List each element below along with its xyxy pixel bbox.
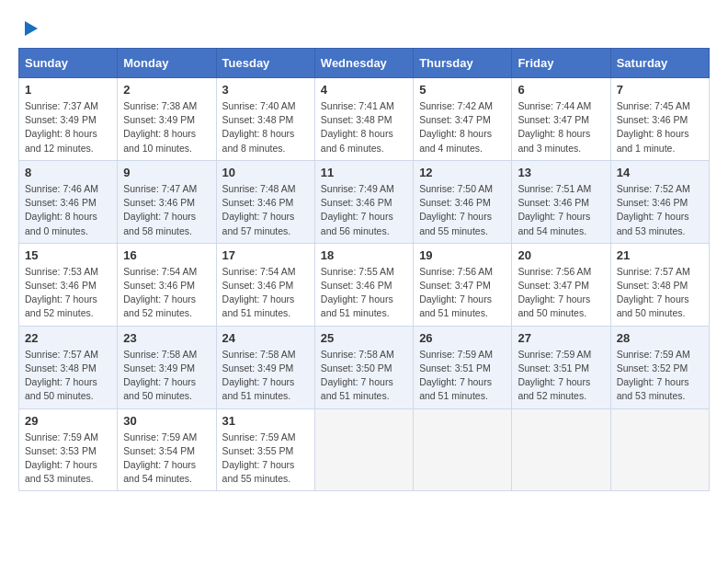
calendar-cell: 22Sunrise: 7:57 AMSunset: 3:48 PMDayligh…	[19, 326, 118, 408]
calendar-cell	[610, 408, 709, 491]
day-number: 5	[419, 83, 506, 97]
calendar-cell	[512, 408, 610, 491]
day-info: Sunrise: 7:53 AMSunset: 3:46 PMDaylight:…	[25, 265, 111, 321]
calendar-cell: 24Sunrise: 7:58 AMSunset: 3:49 PMDayligh…	[216, 326, 314, 408]
calendar-cell: 4Sunrise: 7:41 AMSunset: 3:48 PMDaylight…	[314, 78, 413, 161]
calendar-cell: 13Sunrise: 7:51 AMSunset: 3:46 PMDayligh…	[512, 160, 610, 243]
calendar-cell: 23Sunrise: 7:58 AMSunset: 3:49 PMDayligh…	[118, 326, 216, 408]
calendar-header-monday: Monday	[118, 49, 216, 78]
calendar-cell: 26Sunrise: 7:59 AMSunset: 3:51 PMDayligh…	[414, 326, 512, 408]
day-number: 30	[123, 414, 210, 428]
day-info: Sunrise: 7:41 AMSunset: 3:48 PMDaylight:…	[321, 99, 407, 155]
day-info: Sunrise: 7:59 AMSunset: 3:54 PMDaylight:…	[123, 431, 210, 487]
day-info: Sunrise: 7:50 AMSunset: 3:46 PMDaylight:…	[419, 182, 506, 238]
day-number: 3	[222, 83, 309, 97]
day-info: Sunrise: 7:38 AMSunset: 3:49 PMDaylight:…	[123, 99, 210, 155]
day-info: Sunrise: 7:40 AMSunset: 3:48 PMDaylight:…	[222, 99, 309, 155]
day-number: 27	[518, 331, 604, 345]
day-info: Sunrise: 7:58 AMSunset: 3:49 PMDaylight:…	[123, 348, 210, 404]
calendar-cell: 31Sunrise: 7:59 AMSunset: 3:55 PMDayligh…	[216, 408, 314, 491]
day-info: Sunrise: 7:49 AMSunset: 3:46 PMDaylight:…	[321, 182, 407, 238]
day-number: 9	[123, 166, 210, 179]
calendar-header-thursday: Thursday	[414, 49, 512, 78]
day-info: Sunrise: 7:37 AMSunset: 3:49 PMDaylight:…	[25, 99, 111, 155]
calendar-cell: 19Sunrise: 7:56 AMSunset: 3:47 PMDayligh…	[414, 243, 512, 326]
calendar-cell: 27Sunrise: 7:59 AMSunset: 3:51 PMDayligh…	[512, 326, 610, 408]
day-number: 26	[419, 331, 506, 345]
calendar-cell: 30Sunrise: 7:59 AMSunset: 3:54 PMDayligh…	[118, 408, 216, 491]
calendar-header-sunday: Sunday	[19, 49, 118, 78]
calendar-cell: 29Sunrise: 7:59 AMSunset: 3:53 PMDayligh…	[19, 408, 118, 491]
day-number: 15	[25, 248, 111, 262]
calendar-week-row: 29Sunrise: 7:59 AMSunset: 3:53 PMDayligh…	[19, 408, 710, 491]
day-info: Sunrise: 7:58 AMSunset: 3:50 PMDaylight:…	[321, 348, 407, 404]
page-header	[18, 18, 710, 39]
day-number: 23	[123, 331, 210, 345]
calendar-header-tuesday: Tuesday	[216, 49, 314, 78]
calendar-cell: 3Sunrise: 7:40 AMSunset: 3:48 PMDaylight…	[216, 78, 314, 161]
calendar-table: SundayMondayTuesdayWednesdayThursdayFrid…	[18, 48, 710, 491]
day-number: 21	[617, 248, 703, 262]
calendar-cell: 14Sunrise: 7:52 AMSunset: 3:46 PMDayligh…	[610, 160, 709, 243]
day-info: Sunrise: 7:44 AMSunset: 3:47 PMDaylight:…	[518, 99, 604, 155]
day-number: 14	[617, 166, 703, 179]
day-info: Sunrise: 7:45 AMSunset: 3:46 PMDaylight:…	[617, 99, 703, 155]
day-info: Sunrise: 7:59 AMSunset: 3:51 PMDaylight:…	[419, 348, 506, 404]
calendar-week-row: 22Sunrise: 7:57 AMSunset: 3:48 PMDayligh…	[19, 326, 710, 408]
day-number: 29	[25, 414, 111, 428]
day-number: 8	[25, 166, 111, 179]
logo-arrow-icon	[21, 18, 41, 39]
calendar-cell: 10Sunrise: 7:48 AMSunset: 3:46 PMDayligh…	[216, 160, 314, 243]
calendar-cell: 25Sunrise: 7:58 AMSunset: 3:50 PMDayligh…	[314, 326, 413, 408]
day-number: 28	[617, 331, 703, 345]
day-number: 20	[518, 248, 604, 262]
day-number: 17	[222, 248, 309, 262]
calendar-cell: 20Sunrise: 7:56 AMSunset: 3:47 PMDayligh…	[512, 243, 610, 326]
day-info: Sunrise: 7:59 AMSunset: 3:53 PMDaylight:…	[25, 431, 111, 487]
calendar-cell: 16Sunrise: 7:54 AMSunset: 3:46 PMDayligh…	[118, 243, 216, 326]
day-info: Sunrise: 7:57 AMSunset: 3:48 PMDaylight:…	[25, 348, 111, 404]
calendar-cell: 28Sunrise: 7:59 AMSunset: 3:52 PMDayligh…	[610, 326, 709, 408]
calendar-week-row: 8Sunrise: 7:46 AMSunset: 3:46 PMDaylight…	[19, 160, 710, 243]
day-info: Sunrise: 7:42 AMSunset: 3:47 PMDaylight:…	[419, 99, 506, 155]
svg-marker-0	[25, 21, 38, 36]
calendar-header-row: SundayMondayTuesdayWednesdayThursdayFrid…	[19, 49, 710, 78]
calendar-header-friday: Friday	[512, 49, 610, 78]
day-info: Sunrise: 7:59 AMSunset: 3:51 PMDaylight:…	[518, 348, 604, 404]
calendar-cell: 9Sunrise: 7:47 AMSunset: 3:46 PMDaylight…	[118, 160, 216, 243]
day-info: Sunrise: 7:48 AMSunset: 3:46 PMDaylight:…	[222, 182, 309, 238]
day-info: Sunrise: 7:51 AMSunset: 3:46 PMDaylight:…	[518, 182, 604, 238]
day-number: 13	[518, 166, 604, 179]
day-info: Sunrise: 7:55 AMSunset: 3:46 PMDaylight:…	[321, 265, 407, 321]
day-info: Sunrise: 7:57 AMSunset: 3:48 PMDaylight:…	[617, 265, 703, 321]
calendar-cell: 17Sunrise: 7:54 AMSunset: 3:46 PMDayligh…	[216, 243, 314, 326]
day-info: Sunrise: 7:54 AMSunset: 3:46 PMDaylight:…	[222, 265, 309, 321]
calendar-header-saturday: Saturday	[610, 49, 709, 78]
day-number: 12	[419, 166, 506, 179]
day-number: 1	[25, 83, 111, 97]
day-number: 11	[321, 166, 407, 179]
calendar-cell: 11Sunrise: 7:49 AMSunset: 3:46 PMDayligh…	[314, 160, 413, 243]
day-info: Sunrise: 7:59 AMSunset: 3:52 PMDaylight:…	[617, 348, 703, 404]
calendar-cell: 6Sunrise: 7:44 AMSunset: 3:47 PMDaylight…	[512, 78, 610, 161]
day-info: Sunrise: 7:54 AMSunset: 3:46 PMDaylight:…	[123, 265, 210, 321]
calendar-cell: 2Sunrise: 7:38 AMSunset: 3:49 PMDaylight…	[118, 78, 216, 161]
day-info: Sunrise: 7:58 AMSunset: 3:49 PMDaylight:…	[222, 348, 309, 404]
day-number: 25	[321, 331, 407, 345]
calendar-cell: 5Sunrise: 7:42 AMSunset: 3:47 PMDaylight…	[414, 78, 512, 161]
calendar-header-wednesday: Wednesday	[314, 49, 413, 78]
day-number: 31	[222, 414, 309, 428]
day-number: 18	[321, 248, 407, 262]
calendar-cell	[414, 408, 512, 491]
day-number: 10	[222, 166, 309, 179]
calendar-cell: 1Sunrise: 7:37 AMSunset: 3:49 PMDaylight…	[19, 78, 118, 161]
calendar-cell	[314, 408, 413, 491]
calendar-cell: 8Sunrise: 7:46 AMSunset: 3:46 PMDaylight…	[19, 160, 118, 243]
day-number: 24	[222, 331, 309, 345]
day-number: 16	[123, 248, 210, 262]
day-info: Sunrise: 7:47 AMSunset: 3:46 PMDaylight:…	[123, 182, 210, 238]
day-number: 7	[617, 83, 703, 97]
calendar-cell: 18Sunrise: 7:55 AMSunset: 3:46 PMDayligh…	[314, 243, 413, 326]
day-info: Sunrise: 7:52 AMSunset: 3:46 PMDaylight:…	[617, 182, 703, 238]
day-number: 2	[123, 83, 210, 97]
